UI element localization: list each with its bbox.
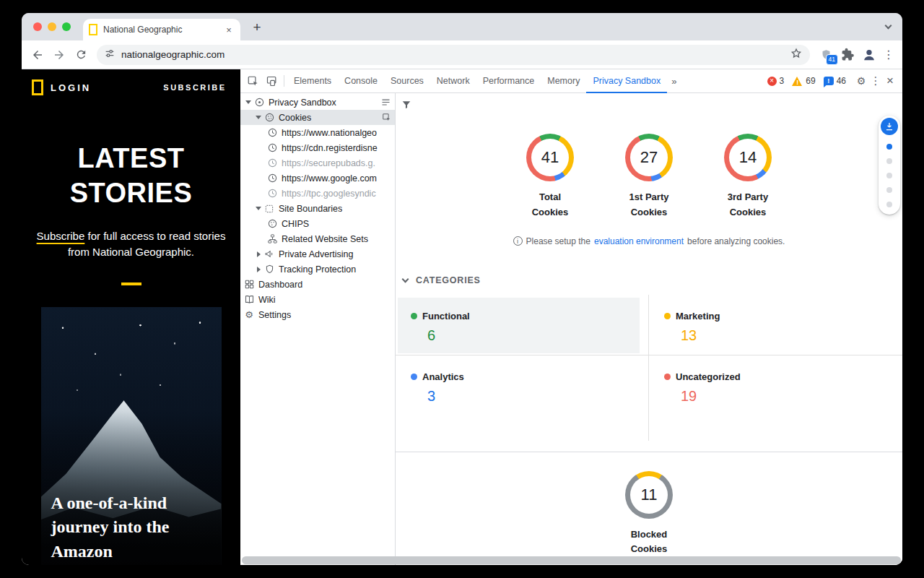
star-icon <box>790 47 803 60</box>
new-tab-button[interactable] <box>248 18 266 37</box>
category-label: Marketing <box>676 311 720 322</box>
tree-item-wiki[interactable]: Wiki <box>240 292 395 307</box>
chevron-expand-icon[interactable] <box>253 116 263 119</box>
tab-performance[interactable]: Performance <box>476 69 541 93</box>
back-button[interactable] <box>27 45 48 65</box>
errors-count: 3 <box>780 76 785 86</box>
hero-story-title: A one-of-a-kind journey into the Amazon <box>51 491 216 564</box>
category-marketing[interactable]: Marketing 13 <box>649 295 902 355</box>
tab-sources[interactable]: Sources <box>384 69 430 93</box>
nav-dot[interactable] <box>886 173 892 178</box>
first-party-label: 1st Party Cookies <box>623 190 675 220</box>
errors-badge[interactable]: 3 <box>767 76 785 86</box>
forward-button[interactable] <box>49 45 69 65</box>
extensions-menu-button[interactable] <box>837 45 858 65</box>
tree-item-cookies[interactable]: Cookies <box>240 110 395 125</box>
reload-icon <box>75 48 87 61</box>
devtools-settings-button[interactable] <box>853 75 869 87</box>
download-icon <box>884 121 894 131</box>
nav-dot[interactable] <box>886 158 892 164</box>
tree-label: Dashboard <box>258 280 391 290</box>
chevron-collapsed-icon[interactable] <box>253 251 263 257</box>
nav-dot-active[interactable] <box>886 144 892 150</box>
nav-dot[interactable] <box>886 187 892 193</box>
tree-label: Wiki <box>258 295 391 305</box>
bookmark-button[interactable] <box>790 47 803 63</box>
download-report-button[interactable] <box>881 118 898 135</box>
tree-item-privacy-sandbox[interactable]: Privacy Sandbox <box>240 95 395 110</box>
cookie-clock-icon <box>266 173 278 184</box>
tree-item-origin[interactable]: https://tpc.googlesyndic <box>240 186 395 201</box>
subscribe-link[interactable]: Subscribe <box>37 230 85 242</box>
subscribe-button[interactable]: SUBSCRIBE <box>149 69 240 105</box>
extension-button[interactable]: 41 <box>816 45 836 65</box>
tree-item-related-website-sets[interactable]: Related Website Sets <box>240 231 395 246</box>
category-count: 3 <box>427 388 634 405</box>
tab-memory[interactable]: Memory <box>541 69 586 93</box>
category-uncategorized[interactable]: Uncategorized 19 <box>649 355 902 441</box>
evaluation-environment-link[interactable]: evaluation environment <box>594 236 684 246</box>
tree-item-origin[interactable]: https://www.google.com <box>240 171 395 186</box>
chevron-down-icon <box>884 22 892 30</box>
devtools-menu-button[interactable] <box>869 74 882 87</box>
filter-funnel-icon[interactable] <box>401 100 411 113</box>
site-info-button[interactable] <box>104 48 116 62</box>
private-advertising-icon <box>263 249 275 260</box>
minimize-window-button[interactable] <box>48 22 56 31</box>
forward-icon <box>53 48 66 61</box>
warnings-badge[interactable]: 69 <box>792 76 815 86</box>
browser-window: National Geographic nationalgeographic.c… <box>22 13 902 565</box>
profile-button[interactable] <box>859 45 879 65</box>
categories-section-header[interactable]: CATEGORIES <box>403 275 902 285</box>
nav-dot[interactable] <box>886 202 892 207</box>
privacy-sandbox-main: 41 Total Cookies 27 1st Party Cookies <box>396 93 902 565</box>
tree-item-tracking-protection[interactable]: Tracking Protection <box>240 262 395 277</box>
device-toolbar-button[interactable] <box>262 72 281 90</box>
inspect-icon[interactable] <box>382 113 391 122</box>
sidebar-menu-icon[interactable] <box>380 97 391 108</box>
tree-item-private-advertising[interactable]: Private Advertising <box>240 246 395 262</box>
category-functional[interactable]: Functional 6 <box>396 295 649 355</box>
maximize-window-button[interactable] <box>62 22 71 31</box>
hero-story-card[interactable]: A one-of-a-kind journey into the Amazon <box>41 307 222 565</box>
tree-label: https://cdn.registerdisne <box>282 143 391 153</box>
url-text: nationalgeographic.com <box>121 49 784 60</box>
browser-tab[interactable]: National Geographic <box>83 19 240 40</box>
blocked-cookies-value: 11 <box>630 476 668 514</box>
chevron-expand-icon[interactable] <box>243 100 253 104</box>
cookie-donut-charts: 41 Total Cookies 27 1st Party Cookies <box>396 134 902 220</box>
analytics-dot-icon <box>411 374 417 380</box>
login-link[interactable]: LOGIN <box>51 82 91 93</box>
tab-elements[interactable]: Elements <box>287 69 338 93</box>
tree-item-dashboard[interactable]: Dashboard <box>240 277 395 292</box>
reload-button[interactable] <box>71 45 91 65</box>
third-party-label: 3rd Party Cookies <box>722 190 774 220</box>
issues-badge[interactable]: 46 <box>824 76 846 86</box>
tree-item-origin[interactable]: https://securepubads.g. <box>240 155 395 171</box>
browser-menu-button[interactable] <box>881 48 897 61</box>
first-party-donut: 27 <box>625 134 673 181</box>
chevron-collapsed-icon[interactable] <box>253 267 263 272</box>
inspect-element-button[interactable] <box>243 72 262 90</box>
more-tabs-button[interactable] <box>667 76 681 87</box>
close-window-button[interactable] <box>33 22 42 31</box>
warnings-count: 69 <box>806 76 815 86</box>
natgeo-logo[interactable] <box>32 79 43 95</box>
tab-close-icon[interactable] <box>223 25 235 35</box>
address-bar[interactable]: nationalgeographic.com <box>97 45 810 65</box>
horizontal-scrollbar[interactable] <box>242 556 901 564</box>
blocked-cookies-donut: 11 <box>625 471 673 519</box>
tree-item-chips[interactable]: CHIPS <box>240 216 395 231</box>
chevron-expand-icon[interactable] <box>253 207 263 210</box>
tab-search-button[interactable] <box>880 19 896 35</box>
tree-item-site-boundaries[interactable]: Site Boundaries <box>240 201 395 216</box>
category-analytics[interactable]: Analytics 3 <box>396 355 649 441</box>
devtools-close-button[interactable] <box>882 74 898 88</box>
tree-item-origin[interactable]: https://www.nationalgeo <box>240 125 395 140</box>
tree-item-settings[interactable]: Settings <box>240 307 395 322</box>
tab-privacy-sandbox[interactable]: Privacy Sandbox <box>586 69 667 93</box>
tab-network[interactable]: Network <box>430 69 476 93</box>
promo-text: Subscribe for full access to read storie… <box>30 228 232 261</box>
tree-item-origin[interactable]: https://cdn.registerdisne <box>240 140 395 155</box>
tab-console[interactable]: Console <box>338 69 384 93</box>
